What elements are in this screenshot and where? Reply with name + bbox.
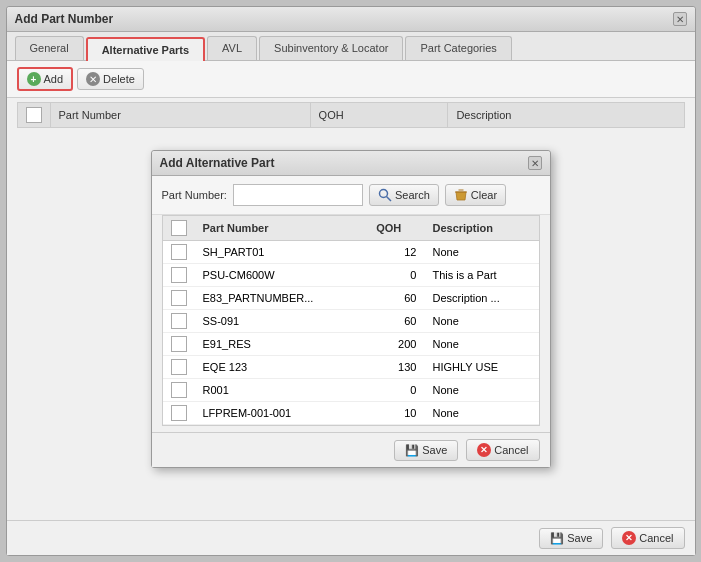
col-header-description: Description [448, 103, 684, 128]
row-description: None [424, 379, 538, 402]
table-row[interactable]: PSU-CM600W 0 This is a Part [163, 264, 539, 287]
outer-cancel-icon: ✕ [622, 531, 636, 545]
outer-save-icon: 💾 [550, 532, 564, 545]
row-qoh: 0 [368, 379, 424, 402]
delete-icon: ✕ [86, 72, 100, 86]
modal-title: Add Alternative Part [160, 156, 275, 170]
tab-avl[interactable]: AVL [207, 36, 257, 60]
toolbar: + Add ✕ Delete [7, 61, 695, 98]
tab-alternative-parts[interactable]: Alternative Parts [86, 37, 205, 61]
window-title: Add Part Number [15, 12, 114, 26]
window-close-button[interactable]: ✕ [673, 12, 687, 26]
row-part-number: E91_RES [195, 333, 369, 356]
search-input[interactable] [233, 184, 363, 206]
row-description: None [424, 310, 538, 333]
row-check[interactable] [163, 379, 195, 402]
row-qoh: 12 [368, 241, 424, 264]
row-check[interactable] [163, 333, 195, 356]
row-part-number: R001 [195, 379, 369, 402]
row-check[interactable] [163, 287, 195, 310]
row-qoh: 200 [368, 333, 424, 356]
save-icon: 💾 [405, 444, 419, 457]
delete-button[interactable]: ✕ Delete [77, 68, 144, 90]
svg-line-1 [386, 197, 391, 202]
col-header-qoh: QOH [310, 103, 448, 128]
modal-col-part-number: Part Number [195, 216, 369, 241]
modal-table-container[interactable]: Part Number QOH Description SH_PART01 12… [162, 215, 540, 426]
row-part-number: E83_PARTNUMBER... [195, 287, 369, 310]
modal-table: Part Number QOH Description SH_PART01 12… [163, 216, 539, 425]
clear-icon [454, 188, 468, 202]
add-icon: + [27, 72, 41, 86]
row-qoh: 60 [368, 310, 424, 333]
row-description: None [424, 241, 538, 264]
row-part-number: LFPREM-001-001 [195, 402, 369, 425]
search-icon [378, 188, 392, 202]
outer-save-button[interactable]: 💾 Save [539, 528, 603, 549]
col-header-check [17, 103, 50, 128]
main-window: Add Part Number ✕ General Alternative Pa… [6, 6, 696, 556]
table-row[interactable]: EQE 123 130 HIGHLY USE [163, 356, 539, 379]
cancel-icon: ✕ [477, 443, 491, 457]
outer-cancel-button[interactable]: ✕ Cancel [611, 527, 684, 549]
row-check[interactable] [163, 310, 195, 333]
row-check[interactable] [163, 402, 195, 425]
row-description: None [424, 333, 538, 356]
main-content: Part Number QOH Description Add Alternat… [7, 98, 695, 520]
row-part-number: SS-091 [195, 310, 369, 333]
svg-point-0 [379, 190, 387, 198]
outer-table: Part Number QOH Description [17, 102, 685, 128]
title-bar: Add Part Number ✕ [7, 7, 695, 32]
row-description: None [424, 402, 538, 425]
modal-search-bar: Part Number: Search [152, 176, 550, 215]
col-header-part-number: Part Number [50, 103, 310, 128]
search-button[interactable]: Search [369, 184, 439, 206]
row-check[interactable] [163, 241, 195, 264]
outer-footer: 💾 Save ✕ Cancel [7, 520, 695, 555]
modal-close-button[interactable]: ✕ [528, 156, 542, 170]
modal-title-bar: Add Alternative Part ✕ [152, 151, 550, 176]
search-label: Part Number: [162, 189, 227, 201]
tab-general[interactable]: General [15, 36, 84, 60]
table-row[interactable]: E83_PARTNUMBER... 60 Description ... [163, 287, 539, 310]
row-qoh: 10 [368, 402, 424, 425]
tab-subinventory[interactable]: Subinventory & Locator [259, 36, 403, 60]
row-check[interactable] [163, 356, 195, 379]
modal-cancel-button[interactable]: ✕ Cancel [466, 439, 539, 461]
modal-footer: 💾 Save ✕ Cancel [152, 432, 550, 467]
outer-table-area: Part Number QOH Description [7, 98, 695, 132]
row-description: HIGHLY USE [424, 356, 538, 379]
row-description: Description ... [424, 287, 538, 310]
row-description: This is a Part [424, 264, 538, 287]
modal-save-button[interactable]: 💾 Save [394, 440, 458, 461]
modal-overlay: Add Alternative Part ✕ Part Number: Sear… [7, 98, 695, 520]
table-row[interactable]: E91_RES 200 None [163, 333, 539, 356]
add-button[interactable]: + Add [17, 67, 74, 91]
row-qoh: 60 [368, 287, 424, 310]
add-alternative-part-modal: Add Alternative Part ✕ Part Number: Sear… [151, 150, 551, 468]
row-qoh: 130 [368, 356, 424, 379]
modal-col-qoh: QOH [368, 216, 424, 241]
row-part-number: SH_PART01 [195, 241, 369, 264]
row-qoh: 0 [368, 264, 424, 287]
tabs-bar: General Alternative Parts AVL Subinvento… [7, 32, 695, 61]
table-row[interactable]: R001 0 None [163, 379, 539, 402]
row-part-number: EQE 123 [195, 356, 369, 379]
row-part-number: PSU-CM600W [195, 264, 369, 287]
row-check[interactable] [163, 264, 195, 287]
clear-button[interactable]: Clear [445, 184, 506, 206]
modal-col-check [163, 216, 195, 241]
table-row[interactable]: LFPREM-001-001 10 None [163, 402, 539, 425]
modal-col-description: Description [424, 216, 538, 241]
tab-part-categories[interactable]: Part Categories [405, 36, 511, 60]
table-row[interactable]: SS-091 60 None [163, 310, 539, 333]
table-row[interactable]: SH_PART01 12 None [163, 241, 539, 264]
